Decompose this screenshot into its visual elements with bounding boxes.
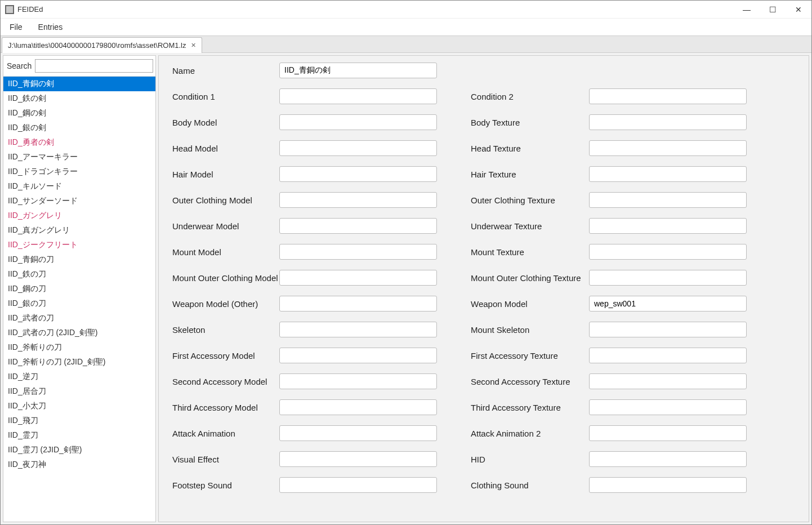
mount_model-input[interactable] (279, 244, 437, 260)
underwear_texture-input[interactable] (589, 218, 747, 234)
second_accessory_texture-label: Second Accessory Texture (471, 377, 589, 386)
mount_texture-input[interactable] (589, 244, 747, 260)
third_accessory_texture-input[interactable] (589, 399, 747, 415)
list-item[interactable]: IID_夜刀神 (3, 457, 155, 472)
head_model-input[interactable] (279, 140, 437, 156)
visual_effect-input[interactable] (279, 451, 437, 467)
name-label: Name (172, 66, 279, 75)
clothing_sound-input[interactable] (589, 477, 747, 493)
underwear_texture-label: Underwear Texture (471, 221, 589, 231)
hair_texture-label: Hair Texture (471, 170, 589, 179)
first_accessory_texture-input[interactable] (589, 348, 747, 363)
mount_texture-label: Mount Texture (471, 247, 589, 257)
hid-input[interactable] (589, 451, 747, 467)
tab-label: J:\luma\titles\0004000000179800\romfs\as… (8, 41, 186, 50)
underwear_model-input[interactable] (279, 218, 437, 234)
list-item[interactable]: IID_ガングレリ (3, 208, 155, 223)
list-item[interactable]: IID_逆刀 (3, 370, 155, 384)
list-item[interactable]: IID_ジークフリート (3, 238, 155, 252)
outer_clothing_texture-input[interactable] (589, 192, 747, 208)
hair_model-input[interactable] (279, 166, 437, 182)
close-button[interactable]: ✕ (786, 1, 811, 18)
list-item[interactable]: IID_サンダーソード (3, 194, 155, 208)
list-item[interactable]: IID_霊刀 (2JID_剣聖) (3, 443, 155, 457)
list-item[interactable]: IID_青銅の剣 (3, 77, 155, 91)
list-item[interactable]: IID_飛刀 (3, 413, 155, 428)
outer_clothing_model-input[interactable] (279, 192, 437, 208)
list-item[interactable]: IID_鉄の刀 (3, 267, 155, 282)
body_texture-label: Body Texture (471, 118, 589, 127)
list-item[interactable]: IID_斧斬りの刀 (3, 340, 155, 355)
skeleton-input[interactable] (279, 322, 437, 337)
hair_model-label: Hair Model (172, 170, 279, 179)
menubar: File Entries (1, 19, 811, 35)
list-item[interactable]: IID_鉄の剣 (3, 91, 155, 106)
attack_animation-label: Attack Animation (172, 429, 279, 438)
sidebar: Search IID_青銅の剣IID_鉄の剣IID_鋼の剣IID_銀の剣IID_… (3, 55, 156, 522)
footstep_sound-input[interactable] (279, 477, 437, 493)
attack_animation_2-label: Attack Animation 2 (471, 429, 589, 438)
underwear_model-label: Underwear Model (172, 221, 279, 231)
weapon_model-label: Weapon Model (471, 299, 589, 309)
head_texture-label: Head Texture (471, 144, 589, 153)
menu-file[interactable]: File (10, 23, 23, 32)
mount_outer_clothing_model-label: Mount Outer Clothing Model (172, 273, 279, 283)
list-item[interactable]: IID_居合刀 (3, 384, 155, 399)
second_accessory_texture-input[interactable] (589, 373, 747, 389)
first_accessory_texture-label: First Accessory Texture (471, 351, 589, 361)
list-item[interactable]: IID_小太刀 (3, 399, 155, 413)
hair_texture-input[interactable] (589, 166, 747, 182)
body_model-input[interactable] (279, 114, 437, 130)
list-item[interactable]: IID_斧斬りの刀 (2JID_剣聖) (3, 355, 155, 370)
tab-rom1[interactable]: J:\luma\titles\0004000000179800\romfs\as… (2, 37, 202, 53)
mount_outer_clothing_model-input[interactable] (279, 270, 437, 286)
minimize-button[interactable]: — (734, 1, 760, 18)
mount_outer_clothing_texture-label: Mount Outer Clothing Texture (471, 273, 589, 283)
list-item[interactable]: IID_武者の刀 (3, 311, 155, 326)
name-input[interactable] (279, 63, 437, 78)
head_texture-input[interactable] (589, 140, 747, 156)
list-item[interactable]: IID_勇者の剣 (3, 135, 155, 150)
list-item[interactable]: IID_青銅の刀 (3, 252, 155, 267)
condition1-input[interactable] (279, 88, 437, 104)
list-item[interactable]: IID_鋼の剣 (3, 106, 155, 121)
skeleton-label: Skeleton (172, 325, 279, 335)
third_accessory_model-input[interactable] (279, 399, 437, 415)
attack_animation-input[interactable] (279, 425, 437, 441)
outer_clothing_model-label: Outer Clothing Model (172, 195, 279, 205)
main-panel: NameCondition 1Condition 2Body ModelBody… (158, 55, 809, 522)
close-icon[interactable]: ✕ (191, 42, 196, 49)
weapon_model_other-input[interactable] (279, 296, 437, 312)
attack_animation_2-input[interactable] (589, 425, 747, 441)
second_accessory_model-input[interactable] (279, 373, 437, 389)
first_accessory_model-input[interactable] (279, 348, 437, 363)
search-input[interactable] (35, 59, 153, 73)
condition2-input[interactable] (589, 88, 747, 104)
list-item[interactable]: IID_銀の刀 (3, 296, 155, 311)
weapon_model-input[interactable] (589, 296, 747, 312)
list-item[interactable]: IID_アーマーキラー (3, 150, 155, 164)
hid-label: HID (471, 455, 589, 464)
mount_skeleton-label: Mount Skeleton (471, 325, 589, 335)
third_accessory_texture-label: Third Accessory Texture (471, 403, 589, 412)
mount_outer_clothing_texture-input[interactable] (589, 270, 747, 286)
search-label: Search (7, 61, 32, 70)
list-item[interactable]: IID_武者の刀 (2JID_剣聖) (3, 326, 155, 340)
body_texture-input[interactable] (589, 114, 747, 130)
list-item[interactable]: IID_キルソード (3, 179, 155, 194)
titlebar: FEIDEd — ☐ ✕ (1, 1, 811, 19)
entry-list[interactable]: IID_青銅の剣IID_鉄の剣IID_鋼の剣IID_銀の剣IID_勇者の剣IID… (3, 76, 155, 522)
head_model-label: Head Model (172, 144, 279, 153)
first_accessory_model-label: First Accessory Model (172, 351, 279, 361)
list-item[interactable]: IID_ドラゴンキラー (3, 164, 155, 179)
list-item[interactable]: IID_鋼の刀 (3, 282, 155, 296)
form-grid: NameCondition 1Condition 2Body ModelBody… (172, 63, 795, 493)
mount_skeleton-input[interactable] (589, 322, 747, 337)
list-item[interactable]: IID_真ガングレリ (3, 223, 155, 238)
maximize-button[interactable]: ☐ (760, 1, 786, 18)
weapon_model_other-label: Weapon Model (Other) (172, 299, 279, 309)
list-item[interactable]: IID_霊刀 (3, 428, 155, 443)
menu-entries[interactable]: Entries (38, 23, 63, 32)
list-item[interactable]: IID_銀の剣 (3, 121, 155, 135)
third_accessory_model-label: Third Accessory Model (172, 403, 279, 412)
